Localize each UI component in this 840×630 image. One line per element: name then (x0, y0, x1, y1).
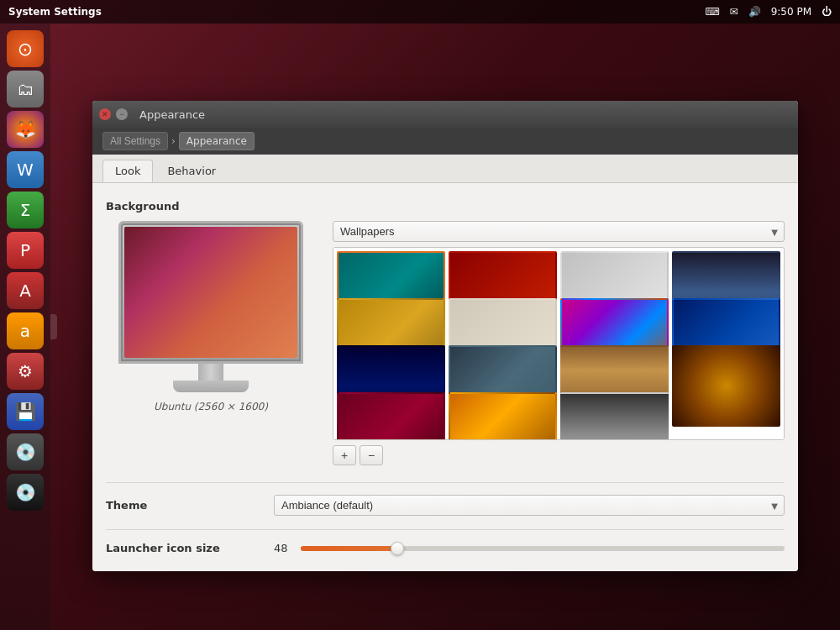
monitor-stand-neck (198, 364, 223, 381)
background-label: Background (106, 200, 785, 213)
appearance-window: ✕ − Appearance All Settings › Appearance… (92, 101, 798, 571)
sidebar-item-settings[interactable]: ⚙ (7, 353, 44, 390)
fonts-icon: A (19, 281, 31, 301)
writer-icon: W (17, 160, 34, 180)
titlebar: ✕ − Appearance (92, 101, 798, 128)
theme-label: Theme (106, 499, 274, 512)
tab-look[interactable]: Look (102, 160, 153, 182)
look-tab-content: Background Ubuntu (2560 × 1600) Wallpape… (92, 183, 798, 571)
topbar: System Settings ⌨ ✉ 🔊 9:50 PM ⏻ (0, 0, 840, 24)
sidebar-item-disks[interactable]: 💾 (7, 393, 44, 430)
launcher-size-section: Launcher icon size 48 (106, 529, 785, 554)
breadcrumb-bar: All Settings › Appearance (92, 128, 798, 155)
monitor-frame (118, 221, 303, 364)
wallpaper-type-dropdown[interactable]: Wallpapers (333, 221, 785, 242)
add-wallpaper-button[interactable]: + (333, 445, 356, 465)
slider-thumb[interactable] (391, 542, 404, 555)
breadcrumb-current: Appearance (179, 132, 255, 150)
monitor-screen (124, 227, 297, 358)
close-button[interactable]: ✕ (99, 108, 111, 120)
sidebar-item-fonts[interactable]: A (7, 272, 44, 309)
firefox-icon: 🦊 (15, 119, 36, 139)
monitor-preview: Ubuntu (2560 × 1600) (106, 221, 316, 465)
sidebar-item-ubuntu[interactable]: ⊙ (7, 30, 44, 67)
sidebar-item-writer[interactable]: W (7, 151, 44, 188)
settings-icon: ⚙ (18, 361, 33, 381)
volume-icon: 🔊 (748, 6, 761, 18)
slider-fill (301, 546, 397, 551)
wallpaper-dropdown-wrapper: Wallpapers ▼ (333, 221, 785, 242)
sidebar-collapse-handle[interactable] (50, 314, 57, 339)
launcher-size-right: 48 (274, 542, 785, 554)
files-icon: 🗂 (17, 79, 34, 99)
topbar-right: ⌨ ✉ 🔊 9:50 PM ⏻ (705, 6, 832, 18)
launcher-size-label: Launcher icon size (106, 542, 274, 554)
wallpaper-grid: 🕐 🕐 (333, 247, 785, 440)
sidebar-item-firefox[interactable]: 🦊 (7, 111, 44, 148)
breadcrumb-separator: › (171, 135, 176, 147)
sidebar-item-calc[interactable]: Σ (7, 192, 44, 228)
launcher-size-slider[interactable] (301, 546, 785, 551)
sidebar-item-dvd2[interactable]: 💿 (7, 474, 44, 511)
launcher-size-value: 48 (274, 542, 294, 554)
sidebar-item-amazon[interactable]: a (7, 312, 44, 349)
sidebar-item-files[interactable]: 🗂 (7, 71, 44, 108)
power-icon: ⏻ (822, 6, 832, 18)
dvd-icon: 💿 (15, 442, 36, 462)
monitor-stand-base (173, 381, 249, 392)
dvd2-icon: 💿 (15, 482, 36, 502)
amazon-icon: a (20, 321, 30, 341)
grid-actions: + − (333, 445, 785, 465)
remove-wallpaper-button[interactable]: − (360, 445, 383, 465)
background-section: Ubuntu (2560 × 1600) Wallpapers ▼ 🕐 (106, 221, 785, 465)
ubuntu-logo-icon: ⊙ (18, 39, 33, 60)
calc-icon: Σ (20, 200, 31, 220)
clock: 9:50 PM (771, 6, 811, 18)
topbar-title: System Settings (8, 6, 102, 18)
all-settings-link[interactable]: All Settings (102, 132, 168, 150)
theme-section: Theme Ambiance (default) ▼ (106, 482, 785, 516)
wallpaper-panel: Wallpapers ▼ 🕐 🕐 (333, 221, 785, 465)
window-title: Appearance (139, 108, 205, 121)
wallpaper-thumb[interactable] (449, 392, 557, 440)
sidebar-item-impress[interactable]: P (7, 232, 44, 269)
disks-icon: 💾 (15, 402, 36, 422)
wallpaper-thumb[interactable] (560, 392, 669, 440)
minimize-button[interactable]: − (116, 108, 128, 120)
keyboard-icon: ⌨ (705, 6, 719, 18)
tabs-bar: Look Behavior (92, 155, 798, 183)
wallpaper-thumb[interactable] (672, 345, 780, 427)
sidebar: ⊙ 🗂 🦊 W Σ P A a ⚙ 💾 💿 💿 (0, 24, 50, 630)
tab-behavior[interactable]: Behavior (155, 160, 228, 182)
theme-dropdown[interactable]: Ambiance (default) (274, 495, 785, 516)
mail-icon: ✉ (730, 6, 738, 18)
theme-dropdown-wrapper: Ambiance (default) ▼ (274, 495, 785, 516)
sidebar-item-dvd[interactable]: 💿 (7, 433, 44, 470)
wallpaper-thumb[interactable] (337, 392, 445, 440)
impress-icon: P (20, 240, 30, 260)
monitor-caption: Ubuntu (2560 × 1600) (154, 401, 268, 412)
